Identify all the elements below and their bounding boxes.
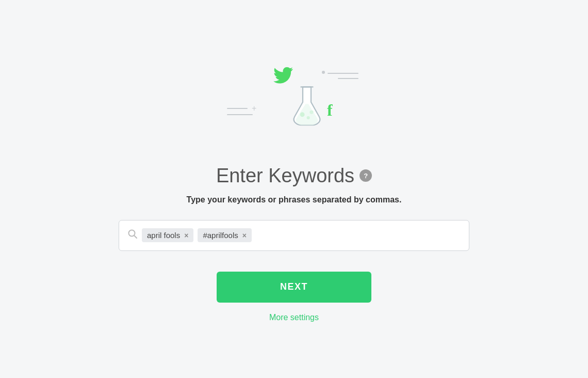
keyword-tag-1-remove[interactable]: × xyxy=(184,232,188,239)
more-settings-link[interactable]: More settings xyxy=(269,313,319,322)
deco-line-left-1 xyxy=(227,108,248,109)
deco-line-top-1 xyxy=(328,73,358,74)
keyword-input-area[interactable]: april fools × #aprilfools × xyxy=(119,220,469,251)
keyword-text-input[interactable] xyxy=(256,231,276,240)
keyword-tag-2-text: #aprilfools xyxy=(203,231,238,240)
keyword-tag-2: #aprilfools × xyxy=(198,228,252,242)
svg-text:f: f xyxy=(327,101,333,119)
keyword-tag-1: april fools × xyxy=(142,228,193,242)
help-icon[interactable]: ? xyxy=(360,169,372,182)
deco-plus-icon: + xyxy=(252,104,256,113)
svg-line-6 xyxy=(134,235,137,238)
search-icon xyxy=(127,229,138,242)
deco-dot xyxy=(322,71,325,74)
page-container: + f Enter Keywords ? xyxy=(0,46,588,333)
title-text: Enter Keywords xyxy=(216,165,354,187)
deco-line-top-2 xyxy=(338,78,358,79)
page-title: Enter Keywords ? xyxy=(216,165,372,187)
keyword-tag-2-remove[interactable]: × xyxy=(242,232,247,239)
keyword-tag-1-text: april fools xyxy=(147,231,180,240)
illustration: + f xyxy=(211,56,377,149)
page-subtitle: Type your keywords or phrases separated … xyxy=(187,195,402,204)
facebook-icon: f xyxy=(326,100,340,122)
flask-icon xyxy=(289,85,325,128)
next-button[interactable]: NEXT xyxy=(217,272,371,303)
deco-line-left-2 xyxy=(227,114,253,115)
